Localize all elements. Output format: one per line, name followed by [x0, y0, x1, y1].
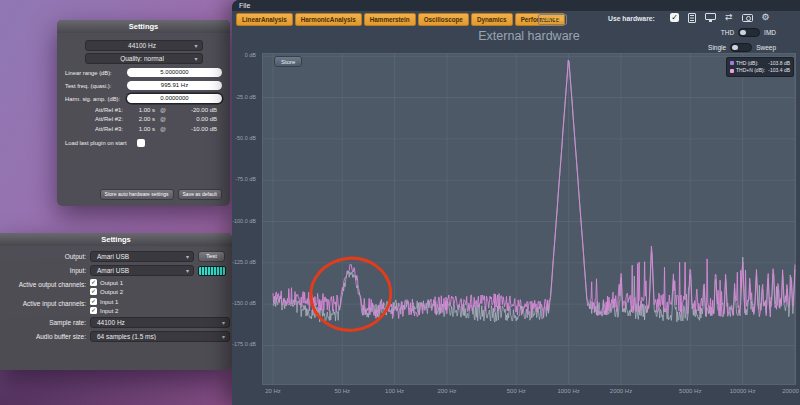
swap-icon[interactable]: ⇄ — [725, 13, 733, 22]
display-icon[interactable] — [705, 13, 716, 20]
legend-thd-value: -103.8 dB — [768, 61, 790, 66]
legend-thdn-label: THD+N (dB): — [736, 68, 765, 73]
store-auto-hardware-settings-button[interactable]: Store auto hardware settings — [100, 189, 174, 200]
chevron-down-icon: ▾ — [186, 254, 189, 260]
legend-row-thd: THD (dB): -103.8 dB — [730, 61, 790, 66]
spectrum-plot[interactable] — [262, 53, 796, 385]
attrel-3-sep: @ — [155, 126, 171, 132]
x-tick-label: 100 Hz — [371, 388, 419, 394]
use-hardware-label: Use hardware: — [608, 15, 655, 22]
chevron-down-icon: ▾ — [194, 56, 197, 62]
attrel-1-sep: @ — [155, 107, 171, 113]
y-tick-label: -50.0 dB — [235, 136, 256, 142]
single-sweep-toggle-row: Single Sweep — [708, 43, 776, 52]
test-button[interactable]: Test — [198, 251, 225, 262]
harm-sig-amp-input[interactable]: 0.0000000 — [127, 94, 222, 103]
output-device-combo[interactable]: Amari USB ▾ — [90, 251, 194, 262]
harm-sig-amp-label: Harm. sig. amp. (dB): — [65, 96, 127, 102]
attrel-row-3: Att/Rel #3: 1.00 s @ -10.00 dB — [65, 126, 222, 132]
active-input-channels-label: Active input channels: — [6, 298, 86, 307]
linear-range-label: Linear range (dB): — [65, 70, 127, 76]
attrel-1-time[interactable]: 1.00 s — [129, 107, 155, 113]
x-tick-label: 500 Hz — [492, 388, 540, 394]
x-tick-label: 20 Hz — [249, 388, 297, 394]
legend-thd-label: THD (dB): — [736, 61, 759, 66]
tab-harmonic-analysis[interactable]: HarmonicAnalysis — [295, 13, 362, 26]
test-freq-input[interactable]: 995.91 Hz — [127, 81, 222, 90]
input-2-label: Input 2 — [100, 308, 118, 314]
y-tick-label: -175.0 dB — [232, 342, 256, 348]
attrel-1-level[interactable]: -20.00 dB — [171, 107, 217, 113]
attrel-3-time[interactable]: 1.00 s — [129, 126, 155, 132]
page-title: External hardware — [262, 29, 796, 43]
x-axis-labels: 20 Hz50 Hz100 Hz200 Hz500 Hz1000 Hz2000 … — [262, 388, 796, 398]
attrel-2-sep: @ — [155, 116, 171, 122]
attrel-2-time[interactable]: 2.00 s — [129, 116, 155, 122]
active-output-channels-label: Active output channels: — [6, 279, 86, 288]
load-last-plugin-checkbox[interactable] — [137, 139, 145, 147]
audio-settings-panel: Settings Output: Amari USB ▾ Test Input:… — [0, 233, 232, 370]
input-1-checkbox[interactable]: ✓ — [90, 298, 97, 305]
quality-combo[interactable]: Quality: normal ▾ — [85, 53, 203, 64]
plugin-samplerate-value: 44100 Hz — [90, 42, 195, 49]
output-2-checkbox[interactable]: ✓ — [90, 288, 97, 295]
form-icon[interactable] — [688, 13, 696, 23]
thd-color-chip — [730, 61, 734, 65]
load-last-plugin-label: Load last plugin on start — [65, 140, 127, 146]
x-tick-label: 20000 Hz — [771, 388, 800, 394]
chevron-down-icon: ▾ — [222, 320, 225, 326]
gear-icon[interactable]: ⚙ — [762, 13, 770, 22]
attrel-3-level[interactable]: -10.00 dB — [171, 126, 217, 132]
tab-oscilloscope[interactable]: Oscilloscope — [418, 13, 469, 26]
sweep-label: Sweep — [756, 44, 776, 51]
audio-buffer-size-value: 64 samples (1.5 ms) — [95, 333, 222, 340]
sample-rate-combo[interactable]: 44100 Hz ▾ — [90, 317, 230, 328]
plugin-samplerate-combo[interactable]: 44100 Hz ▾ — [85, 40, 203, 51]
x-tick-label: 10000 Hz — [719, 388, 767, 394]
audio-buffer-size-label: Audio buffer size: — [6, 333, 86, 340]
store-button[interactable]: Store — [274, 56, 302, 67]
input-device-value: Amari USB — [95, 267, 186, 274]
input-2-checkbox[interactable]: ✓ — [90, 307, 97, 314]
input-level-meter — [198, 266, 226, 276]
linear-range-input[interactable]: 5.0000000 — [127, 68, 222, 77]
y-axis-labels: 0 dB-25.0 dB-50.0 dB-75.0 dB-100.0 dB-12… — [232, 0, 259, 405]
menu-bar: File — [232, 0, 800, 11]
output-1-checkbox[interactable]: ✓ — [90, 279, 97, 286]
save-as-default-button[interactable]: Save as default — [178, 189, 222, 200]
tab-hammerstein[interactable]: Hammerstein — [364, 13, 416, 26]
input-channel-row: ✓ Input 2 — [90, 307, 118, 314]
y-tick-label: -125.0 dB — [232, 260, 256, 266]
audio-buffer-size-combo[interactable]: 64 samples (1.5 ms) ▾ — [90, 331, 230, 342]
chevron-down-icon: ▾ — [222, 334, 225, 340]
y-tick-label: -75.0 dB — [235, 177, 256, 183]
camera-icon[interactable] — [742, 14, 753, 22]
x-tick-label: 2000 Hz — [597, 388, 645, 394]
plugin-settings-body: 44100 Hz ▾ Quality: normal ▾ Linear rang… — [57, 33, 230, 206]
attrel-2-level[interactable]: 0.00 dB — [171, 116, 217, 122]
x-tick-label: 200 Hz — [423, 388, 471, 394]
x-tick-label: 5000 Hz — [666, 388, 714, 394]
output-channel-row: ✓ Output 1 — [90, 279, 123, 286]
chevron-down-icon: ▾ — [194, 43, 197, 49]
input-device-combo[interactable]: Amari USB ▾ — [90, 265, 194, 276]
tab-dynamics[interactable]: Dynamics — [471, 13, 513, 26]
chevron-down-icon: ▾ — [186, 268, 189, 274]
attrel-3-label: Att/Rel #3: — [65, 126, 129, 132]
latency-badge: Lat: 419 — [538, 14, 567, 25]
plugin-settings-title[interactable]: Settings — [57, 20, 230, 33]
audio-settings-title[interactable]: Settings — [0, 233, 232, 246]
sample-rate-value: 44100 Hz — [95, 319, 222, 326]
x-tick-label: 50 Hz — [318, 388, 366, 394]
attrel-2-label: Att/Rel #2: — [65, 116, 129, 122]
measurement-legend: THD (dB): -103.8 dB THD+N (dB): -103.4 d… — [726, 57, 794, 77]
spectrum-svg[interactable] — [262, 53, 796, 385]
single-sweep-toggle[interactable] — [730, 43, 752, 52]
input-1-label: Input 1 — [100, 299, 118, 305]
input-label: Input: — [6, 267, 86, 274]
use-hardware-checkbox[interactable]: ✓ — [670, 13, 679, 22]
audio-settings-body: Output: Amari USB ▾ Test Input: Amari US… — [0, 246, 232, 347]
y-tick-label: -100.0 dB — [232, 219, 256, 225]
analyzer-window: File LinearAnalysis HarmonicAnalysis Ham… — [232, 0, 800, 405]
analysis-tabs: LinearAnalysis HarmonicAnalysis Hammerst… — [236, 13, 565, 26]
